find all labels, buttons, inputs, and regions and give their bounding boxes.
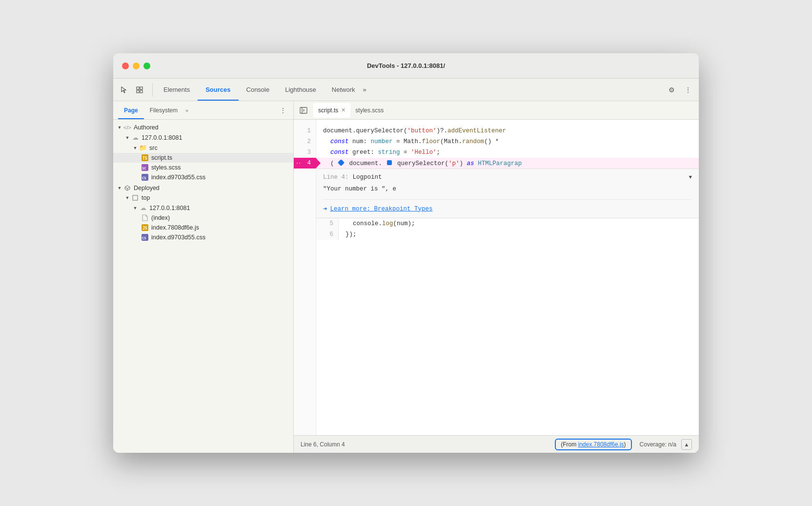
sources-sidebar: Page Filesystem » ⋮ ▼ </> Authored [113, 101, 294, 453]
code-lines-5-6: console.log(num); }); [339, 218, 699, 240]
editor-tab-close-icon[interactable]: ✕ [341, 107, 345, 113]
svg-rect-3 [140, 90, 142, 93]
line-num-4-breakpoint: ·· 4 [294, 158, 316, 169]
code-lines-5-6-container: 5 6 console.log(num); }); [316, 218, 699, 240]
more-tabs-icon[interactable]: » [363, 86, 366, 93]
logpoint-dropdown-icon[interactable]: ▼ [689, 174, 692, 180]
tree-server1[interactable]: ▼ ☁ 127.0.0.1:8081 [113, 132, 293, 143]
editor-tab-bar: script.ts ✕ styles.scss [294, 101, 699, 120]
inline-breakpoint-icon [338, 159, 345, 166]
line-num-2: 2 [294, 136, 316, 147]
statusbar-up-icon[interactable]: ▲ [681, 439, 692, 450]
top-arrow: ▼ [124, 195, 131, 200]
tree-styles-scss[interactable]: SC styles.scss [113, 163, 293, 172]
tab-elements[interactable]: Elements [156, 79, 198, 101]
sidebar-tab-page[interactable]: Page [118, 101, 144, 119]
line-numbers-5-6: 5 6 [316, 218, 339, 240]
statusbar-source-link[interactable]: index.7808df6e.js [578, 441, 624, 448]
more-options-icon[interactable]: ⋮ [681, 83, 695, 97]
tree-index-js[interactable]: JS index.7808df6e.js [113, 223, 293, 232]
server1-icon: ☁ [131, 134, 140, 141]
svg-text:JS: JS [142, 226, 147, 231]
svg-text:TS: TS [142, 156, 147, 161]
deployed-icon [123, 185, 132, 191]
tab-network[interactable]: Network [324, 79, 363, 101]
maximize-button[interactable] [143, 63, 150, 69]
tab-sources[interactable]: Sources [198, 79, 238, 101]
code-line-1: document.querySelector('button')?.addEve… [316, 126, 699, 136]
svg-line-19 [304, 110, 304, 111]
toolbar-nav-icons [117, 83, 153, 97]
code-line-2: const num: number = Math.floor(Math.rand… [316, 136, 699, 147]
svg-rect-16 [300, 107, 307, 113]
file-tree: ▼ </> Authored ▼ ☁ 127.0.0.1:8081 ▼ 📁 [113, 120, 293, 453]
statusbar: Line 6, Column 4 (From index.7808df6e.js… [294, 435, 699, 453]
inline-breakpoint2-icon [386, 159, 393, 166]
editor-tab-styles-scss-label: styles.scss [355, 107, 384, 114]
sidebar-tab-filesystem[interactable]: Filesystem [144, 101, 183, 119]
code-editor: script.ts ✕ styles.scss 1 2 3 ·· 4 [294, 101, 699, 453]
tree-top[interactable]: ▼ top [113, 193, 293, 203]
inspect-icon[interactable] [133, 83, 146, 97]
editor-tab-script-ts-label: script.ts [318, 107, 338, 114]
authored-label: Authored [134, 124, 159, 131]
main-tabs: Elements Sources Console Lighthouse Netw… [156, 79, 665, 101]
server2-label: 127.0.0.1:8081 [149, 205, 190, 211]
tree-index-css2[interactable]: CS index.d9703d55.css [113, 232, 293, 242]
editor-tab-script-ts[interactable]: script.ts ✕ [313, 103, 350, 118]
select-tool-icon[interactable] [117, 83, 131, 97]
index-js-label: index.7808df6e.js [151, 224, 199, 231]
code-line-3: const greet: string = 'Hello'; [316, 147, 699, 158]
close-button[interactable] [122, 63, 129, 69]
index-css2-icon: CS [141, 234, 149, 241]
logpoint-input[interactable] [323, 185, 692, 193]
line-num-1: 1 [294, 126, 316, 136]
index-label: (index) [151, 214, 170, 221]
settings-icon[interactable]: ⚙ [665, 83, 678, 97]
tree-src[interactable]: ▼ 📁 src [113, 143, 293, 153]
tree-index[interactable]: (index) [113, 213, 293, 223]
sidebar-more-options[interactable]: ⋮ [278, 105, 288, 116]
sidebar-toggle-icon[interactable] [297, 104, 310, 117]
logpoint-learn-more: ➜ Learn more: Breakpoint Types [323, 199, 692, 213]
authored-arrow: ▼ [116, 125, 123, 130]
statusbar-source-prefix: (From [561, 441, 578, 448]
script-ts-label: script.ts [151, 154, 172, 161]
tab-lighthouse[interactable]: Lighthouse [277, 79, 324, 101]
editor-tab-styles-scss[interactable]: styles.scss [350, 103, 388, 118]
src-folder-icon: 📁 [139, 144, 147, 151]
deployed-label: Deployed [134, 185, 160, 191]
styles-scss-label: styles.scss [151, 164, 181, 171]
server1-arrow: ▼ [124, 135, 131, 140]
sidebar-tab-bar: Page Filesystem » ⋮ [113, 101, 293, 120]
toolbar-right-actions: ⚙ ⋮ [665, 83, 695, 97]
authored-section: ▼ </> Authored ▼ ☁ 127.0.0.1:8081 ▼ 📁 [113, 123, 293, 182]
sidebar-more-tabs[interactable]: » [185, 107, 188, 113]
svg-line-18 [304, 109, 304, 110]
breakpoint-arrow [316, 158, 321, 169]
statusbar-coverage: Coverage: n/a [640, 441, 676, 448]
minimize-button[interactable] [133, 63, 140, 69]
logpoint-header: Line 4: Logpoint ▼ [323, 174, 692, 181]
learn-more-link[interactable]: Learn more: Breakpoint Types [330, 206, 432, 212]
devtools-window: DevTools - 127.0.0.1:8081/ Elements Sour… [113, 53, 699, 453]
src-label: src [149, 145, 158, 151]
line-num-5: 5 [316, 218, 338, 229]
code-line-4: ( document. querySelector('p') as HTMLPa… [316, 158, 699, 169]
tree-authored[interactable]: ▼ </> Authored [113, 123, 293, 132]
index-css2-label: index.d9703d55.css [151, 234, 205, 241]
tree-script-ts[interactable]: TS script.ts [113, 153, 293, 163]
code-content[interactable]: document.querySelector('button')?.addEve… [316, 120, 699, 435]
server2-icon: ☁ [139, 204, 147, 211]
styles-scss-icon: SC [141, 164, 149, 171]
tree-deployed[interactable]: ▼ Deployed [113, 183, 293, 193]
tree-server2[interactable]: ▼ ☁ 127.0.0.1:8081 [113, 203, 293, 213]
logpoint-line-label: Line 4: [323, 174, 349, 181]
learn-more-icon: ➜ [323, 205, 327, 213]
svg-text:CS: CS [142, 236, 146, 240]
svg-rect-11 [133, 195, 138, 200]
tree-index-css1[interactable]: CS index.d9703d55.css [113, 172, 293, 182]
sidebar-action-buttons: ⋮ [278, 105, 288, 116]
tab-console[interactable]: Console [239, 79, 278, 101]
titlebar: DevTools - 127.0.0.1:8081/ [113, 53, 699, 79]
